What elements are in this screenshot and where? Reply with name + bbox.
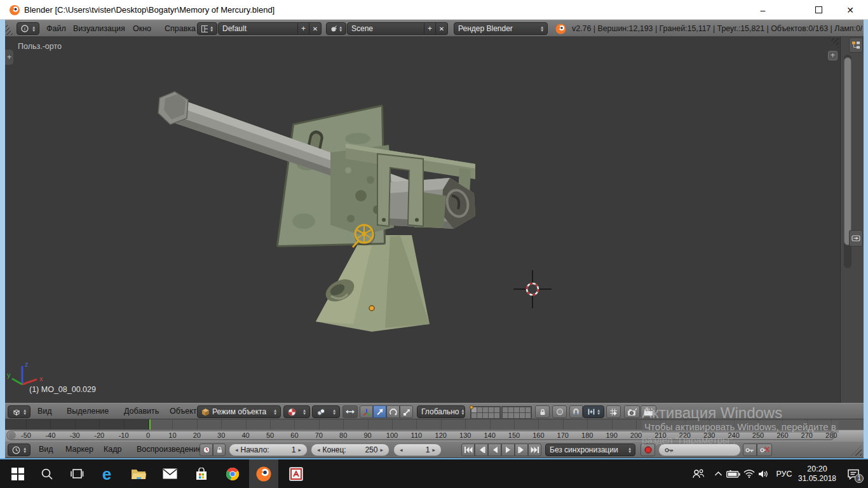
gun-model[interactable] [158,92,475,332]
corner-grip[interactable] [6,22,13,35]
tool-shelf-expand-tab[interactable]: + [5,50,13,65]
editor-type-button[interactable]: ▴▾ [8,444,31,456]
tray-expand-button[interactable] [710,459,726,488]
increment-icon[interactable]: ▸ [432,447,435,453]
manipulator-toggle-button[interactable] [342,405,358,418]
scene-unlink-button[interactable]: ✕ [436,22,448,35]
decrement-icon[interactable]: ◂ [400,447,403,453]
layers-grid-2[interactable] [501,406,532,419]
timeline-editor[interactable]: -50-40-30-20-100102030405060708090100110… [5,419,864,441]
next-keyframe-button[interactable] [515,444,528,456]
outliner-scrollbar-thumb[interactable] [844,57,851,245]
keying-set-field[interactable] [658,444,741,456]
menu-frame[interactable]: Кадр [99,442,126,458]
battery-button[interactable] [724,459,742,488]
properties-region-expand-button[interactable]: + [828,51,837,60]
opengl-render-anim-button[interactable] [641,405,656,418]
play-button[interactable] [501,444,515,456]
chrome-button[interactable] [220,459,245,488]
prev-keyframe-button[interactable] [475,444,488,456]
snap-element-select[interactable]: ▴▾ [583,405,604,418]
manipulator-rotate-button[interactable] [386,405,400,418]
task-view-button[interactable] [65,459,88,488]
viewport-shading-select[interactable]: ▴▾ [283,405,310,418]
decrement-icon[interactable]: ◂ [317,447,320,453]
current-frame-line[interactable] [149,419,151,430]
mode-select[interactable]: Режим объекта ▴▾ [197,405,281,418]
edge-button[interactable]: e [95,459,118,488]
layout-unlink-button[interactable]: ✕ [309,22,322,35]
snap-toggle-button[interactable] [569,405,583,418]
store-button[interactable] [189,459,214,488]
language-indicator[interactable]: РУС [771,459,797,488]
increment-icon[interactable]: ▸ [380,447,383,453]
clock-tray[interactable]: 20:20 31.05.2018 [797,459,837,488]
menu-help[interactable]: Справка [160,21,200,37]
opengl-render-button[interactable] [624,405,640,418]
editor-type-button[interactable]: ▴▾ [8,405,31,418]
menu-window[interactable]: Окно [128,21,156,37]
menu-select[interactable]: Выделение [62,403,113,419]
menu-render[interactable]: Визуализация [69,21,130,37]
scene-name-field[interactable]: Scene [347,22,424,35]
menu-playback[interactable]: Воспроизведение [132,442,207,458]
decrement-icon[interactable]: ◂ [235,447,238,453]
timeline-band[interactable] [5,419,864,430]
snap-target-button[interactable] [606,405,621,418]
media-app-button[interactable] [284,459,308,488]
pivot-point-select[interactable]: ▴▾ [312,405,340,418]
people-button[interactable] [690,459,707,488]
current-frame-field[interactable]: ◂ 1 ▸ [393,444,442,456]
sync-mode-select[interactable]: Без синхронизации ▴▾ [545,444,635,456]
delete-keyframe-button[interactable] [757,444,772,456]
close-button[interactable]: ✕ [834,0,866,20]
start-button[interactable] [6,459,29,488]
lock-to-scene-button[interactable] [535,405,550,418]
search-button[interactable] [36,459,58,488]
play-reverse-button[interactable] [488,444,501,456]
notification-button[interactable]: 1 [843,459,864,488]
render-engine-select[interactable]: Рендер Blender ▴▾ [454,22,548,35]
minimize-button[interactable]: – [749,0,777,20]
blender-taskbar-button[interactable] [249,459,278,488]
corner-grip[interactable] [851,445,862,456]
menu-object[interactable]: Объект [165,403,201,419]
time-display-toggle-button[interactable] [200,444,213,456]
end-frame-field[interactable]: ◂ Конец: 250 ▸ [311,444,390,456]
volume-button[interactable] [755,459,771,488]
transform-orientation-select[interactable]: Глобально ▴▾ [417,405,465,418]
viewport-3d[interactable]: z x y Польз.-орто (1) MO_08_00.029 + + [5,37,840,403]
manipulator-axes-button[interactable] [360,405,373,418]
maximize-button[interactable] [804,0,833,20]
window-titlebar[interactable]: Blender [C:\Users\tvister\Desktop\Bogaty… [0,0,868,20]
browse-layout-button[interactable]: ▴▾ [197,22,217,35]
editor-type-button[interactable]: i ▴▾ [17,22,39,35]
increment-icon[interactable]: ▸ [298,447,301,453]
menu-file[interactable]: Файл [42,21,71,37]
layout-add-button[interactable]: + [298,22,309,35]
outliner-collapsed-button[interactable] [849,37,863,53]
browse-scene-button[interactable]: ▴▾ [326,22,346,35]
lock-time-button[interactable] [213,444,226,456]
insert-keyframe-button[interactable] [743,444,757,456]
menu-view[interactable]: Вид [34,442,58,458]
manipulator-translate-button[interactable] [373,405,386,418]
proportional-edit-button[interactable] [552,405,567,418]
menu-view[interactable]: Вид [33,403,57,419]
menu-add[interactable]: Добавить [119,403,163,419]
explorer-button[interactable] [126,459,151,488]
scene-add-button[interactable]: + [424,22,436,35]
record-button[interactable] [641,444,655,456]
manipulator-scale-button[interactable] [400,405,413,418]
start-frame-field[interactable]: ◂ Начало: 1 ▸ [229,444,308,456]
timeline-scrollbar[interactable] [6,430,835,440]
properties-collapsed-button[interactable] [849,230,863,247]
updown-arrows-icon: ▴▾ [303,409,306,415]
mail-button[interactable] [158,459,182,488]
layout-name-field[interactable]: Default [218,22,298,35]
viewport-canvas[interactable]: z x y [5,37,840,403]
menu-marker[interactable]: Маркер [61,442,98,458]
layers-grid-1[interactable] [470,406,501,419]
jump-start-button[interactable] [461,444,475,456]
jump-end-button[interactable] [528,444,541,456]
